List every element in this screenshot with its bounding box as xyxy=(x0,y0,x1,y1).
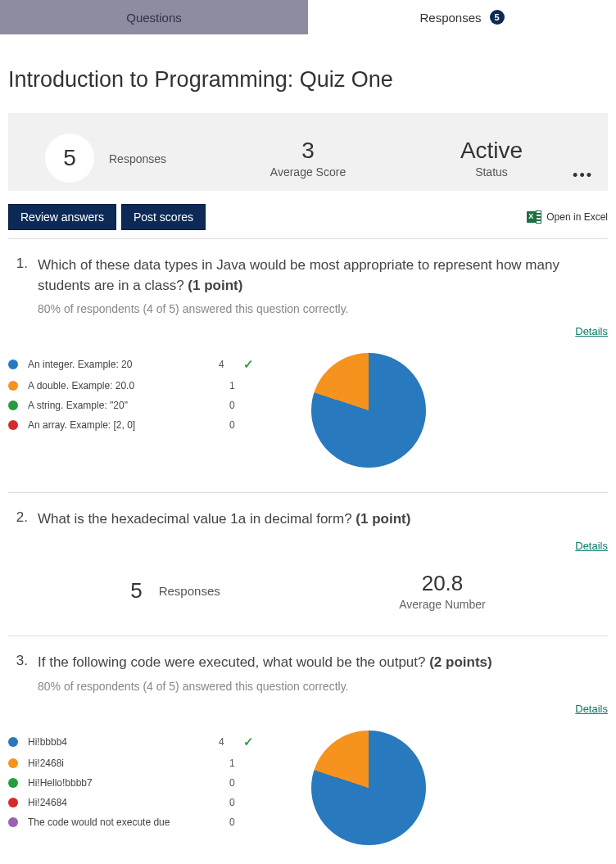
open-excel-label: Open in Excel xyxy=(546,211,608,223)
options-list: Hi!bbbb44✓Hi!2468i1Hi!Hello!bbbb70Hi!246… xyxy=(8,731,254,832)
numeric-stats: 5Responses20.8Average Number xyxy=(8,571,608,611)
legend-dot-icon xyxy=(8,400,18,410)
question-block: 2.What is the hexadecimal value 1a in de… xyxy=(8,493,608,636)
option-count: 0 xyxy=(229,777,254,789)
legend-dot-icon xyxy=(8,778,18,788)
option-row: A string. Example: "20"0 xyxy=(8,396,254,415)
option-label: A double. Example: 20.0 xyxy=(28,380,229,391)
option-row: Hi!Hello!bbbb70 xyxy=(8,773,254,793)
stat-status: Active Status xyxy=(400,138,583,179)
legend-dot-icon xyxy=(8,758,18,768)
question-points: (1 point) xyxy=(188,278,242,293)
option-row: Hi!246840 xyxy=(8,793,254,812)
pie-chart xyxy=(311,731,426,845)
legend-dot-icon xyxy=(8,420,18,430)
stat-responses: 5 Responses xyxy=(33,133,216,183)
question-body: If the following code were executed, wha… xyxy=(38,653,608,693)
checkmark-icon: ✓ xyxy=(243,357,254,372)
question-subtext: 80% of respondents (4 of 5) answered thi… xyxy=(38,680,608,693)
tab-questions-label: Questions xyxy=(126,11,182,25)
question-text: If the following code were executed, wha… xyxy=(38,653,608,673)
stat-average-score: 3 Average Score xyxy=(216,138,400,179)
status-label: Status xyxy=(400,165,583,179)
option-count: 0 xyxy=(229,400,254,411)
review-answers-button[interactable]: Review answers xyxy=(8,204,116,230)
tab-responses-label: Responses xyxy=(419,11,481,25)
option-label: Hi!Hello!bbbb7 xyxy=(28,777,229,789)
question-body: Which of these data types in Java would … xyxy=(38,256,608,315)
question-body: What is the hexadecimal value 1a in deci… xyxy=(38,509,608,530)
option-label: Hi!bbbb4 xyxy=(28,736,219,748)
responses-value: 5 xyxy=(45,133,94,183)
status-value: Active xyxy=(400,138,583,164)
options-list: An integer. Example: 204✓A double. Examp… xyxy=(8,353,254,435)
details-link[interactable]: Details xyxy=(575,325,608,337)
actions-row: Review answers Post scores Open in Excel xyxy=(8,204,608,230)
option-count: 0 xyxy=(229,419,254,431)
option-row: Hi!bbbb44✓ xyxy=(8,731,254,753)
checkmark-icon: ✓ xyxy=(243,735,254,749)
details-link[interactable]: Details xyxy=(575,540,608,552)
pie-chart xyxy=(311,353,426,468)
open-in-excel-button[interactable]: Open in Excel xyxy=(527,210,608,224)
page-title: Introduction to Programming: Quiz One xyxy=(8,67,608,93)
option-count: 0 xyxy=(229,817,254,828)
option-count: 4 xyxy=(219,736,243,748)
question-text: What is the hexadecimal value 1a in deci… xyxy=(38,509,608,530)
numeric-avg-value: 20.8 xyxy=(399,571,486,596)
option-row: An integer. Example: 204✓ xyxy=(8,353,254,376)
option-count: 0 xyxy=(229,797,254,808)
legend-dot-icon xyxy=(8,817,18,827)
legend-dot-icon xyxy=(8,381,18,391)
summary-card: 5 Responses 3 Average Score Active Statu… xyxy=(8,113,608,191)
question-number: 3. xyxy=(8,653,28,693)
option-label: The code would not execute due xyxy=(28,817,229,828)
question-points: (2 points) xyxy=(429,654,492,670)
option-row: The code would not execute due0 xyxy=(8,812,254,832)
legend-dot-icon xyxy=(8,798,18,807)
question-subtext: 80% of respondents (4 of 5) answered thi… xyxy=(38,302,608,315)
option-row: A double. Example: 20.01 xyxy=(8,376,254,396)
option-row: Hi!2468i1 xyxy=(8,753,254,773)
details-link[interactable]: Details xyxy=(575,703,608,715)
tab-responses[interactable]: Responses 5 xyxy=(308,0,616,34)
legend-dot-icon xyxy=(8,360,18,369)
option-label: Hi!24684 xyxy=(28,797,229,808)
question-number: 1. xyxy=(8,256,28,315)
option-row: An array. Example: [2, 0]0 xyxy=(8,415,254,435)
question-text: Which of these data types in Java would … xyxy=(38,256,608,296)
option-count: 4 xyxy=(219,359,243,370)
numeric-responses-value: 5 xyxy=(130,578,142,604)
question-points: (1 point) xyxy=(356,511,410,527)
question-number: 2. xyxy=(8,509,28,530)
question-block: 3.If the following code were executed, w… xyxy=(8,636,608,864)
tab-questions[interactable]: Questions xyxy=(0,0,308,34)
legend-dot-icon xyxy=(8,737,18,747)
responses-count-badge: 5 xyxy=(490,10,505,25)
numeric-avg-label: Average Number xyxy=(399,598,486,611)
option-count: 1 xyxy=(229,380,254,391)
question-block: 1.Which of these data types in Java woul… xyxy=(8,239,608,493)
option-label: Hi!2468i xyxy=(28,758,229,769)
view-tabs: Questions Responses 5 xyxy=(0,0,616,34)
more-options-icon[interactable]: ••• xyxy=(573,167,593,184)
option-count: 1 xyxy=(229,758,254,769)
post-scores-button[interactable]: Post scores xyxy=(121,204,206,230)
numeric-responses-label: Responses xyxy=(159,584,220,598)
avg-score-value: 3 xyxy=(216,138,400,164)
excel-icon xyxy=(527,210,541,224)
option-label: An integer. Example: 20 xyxy=(28,359,219,370)
option-label: An array. Example: [2, 0] xyxy=(28,419,229,431)
option-label: A string. Example: "20" xyxy=(28,400,229,411)
avg-score-label: Average Score xyxy=(216,165,400,179)
responses-label: Responses xyxy=(109,152,166,165)
